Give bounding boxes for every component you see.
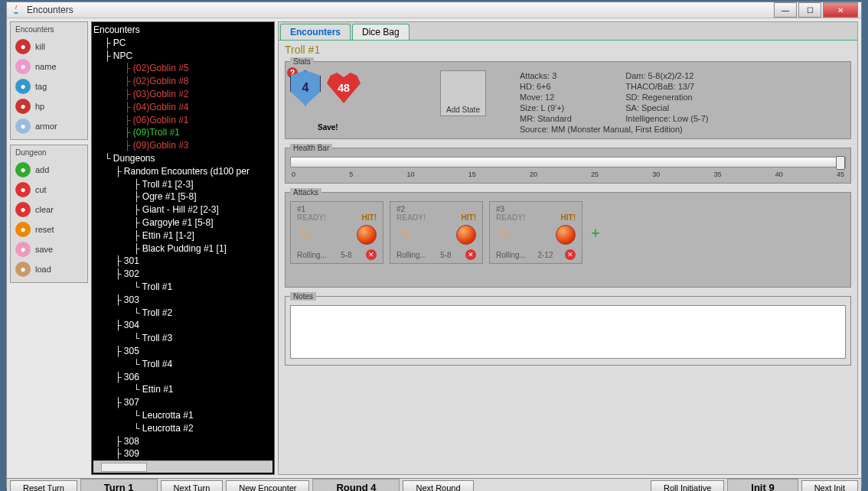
dun-load-button[interactable]: ● load xyxy=(14,259,84,279)
tree-room-item[interactable]: └ Troll #4 xyxy=(93,358,272,371)
enc-tag-button[interactable]: ● tag xyxy=(14,76,84,96)
tree-npc-item[interactable]: ├ (04)Goblin #4 xyxy=(93,101,272,114)
enc-armor-button[interactable]: ● armor xyxy=(14,116,84,136)
tab-dice-bag[interactable]: Dice Bag xyxy=(352,24,410,40)
cut-icon: ● xyxy=(15,182,31,197)
tree-pc[interactable]: ├ PC xyxy=(93,37,272,50)
enc-hp-button[interactable]: ● hp xyxy=(14,96,84,116)
tree-npc-item[interactable]: ├ (06)Goblin #1 xyxy=(93,114,272,127)
clear-icon: ● xyxy=(15,202,31,217)
remove-attack-icon[interactable]: ✕ xyxy=(565,249,576,260)
attacks-fieldset: Attacks #1 READY!HIT! 🗡 Rolling...5-8✕ #… xyxy=(285,188,851,288)
dun-clear-button[interactable]: ● clear xyxy=(14,200,84,219)
java-icon xyxy=(10,4,22,16)
tree-room[interactable]: ├ 307 xyxy=(93,396,272,409)
source-line: Source: MM (Monster Manual, First Editio… xyxy=(520,124,708,134)
tree-room-item[interactable]: └ Troll #2 xyxy=(93,307,272,320)
dun-add-button[interactable]: ● add xyxy=(14,160,84,180)
detail-title: Troll #1 xyxy=(285,44,851,56)
reset-turn-button[interactable]: Reset Turn xyxy=(10,480,77,491)
stat-cell: Intelligence: Low (5-7) xyxy=(625,113,708,124)
turn-label: Turn 1 xyxy=(80,479,158,491)
roll-initiative-button[interactable]: Roll Initiative xyxy=(651,480,724,491)
encounters-toolbox-title: Encounters xyxy=(14,25,84,34)
tree-random-item[interactable]: ├ Ettin #1 [1-2] xyxy=(93,229,272,242)
stat-cell: Move: 12 xyxy=(520,92,602,102)
hit-orb[interactable] xyxy=(357,225,377,245)
enc-name-button[interactable]: ● name xyxy=(14,57,84,76)
tree-panel[interactable]: Encounters├ PC├ NPC├ (02)Goblin #5├ (02)… xyxy=(91,21,275,475)
ac-shield: 4 xyxy=(290,70,321,106)
tree-root[interactable]: Encounters xyxy=(93,24,272,37)
stat-cell: Attacks: 3 xyxy=(520,70,602,81)
dun-cut-button[interactable]: ● cut xyxy=(14,180,84,200)
armor-icon: ● xyxy=(15,119,31,134)
tree-random[interactable]: ├ Random Encounters (d100 per xyxy=(93,165,272,178)
attack-card: #2 READY!HIT! 🗡 Rolling...5-8✕ xyxy=(390,201,483,264)
app-window: Encounters — ☐ ✕ Encounters ● kill ● nam… xyxy=(6,2,862,488)
next-turn-button[interactable]: Next Turn xyxy=(161,480,224,491)
dun-save-button[interactable]: ● save xyxy=(14,239,84,259)
tree-random-item[interactable]: ├ Ogre #1 [5-8] xyxy=(93,190,272,203)
save-label[interactable]: Save! xyxy=(318,123,338,132)
tree-npc-item[interactable]: ├ (02)Goblin #8 xyxy=(93,75,272,88)
health-slider[interactable] xyxy=(290,157,846,167)
remove-attack-icon[interactable]: ✕ xyxy=(465,249,476,260)
stat-cell: SA: Special xyxy=(625,102,708,113)
tree-dungeons[interactable]: └ Dungeons xyxy=(93,152,272,165)
tab-encounters[interactable]: Encounters xyxy=(280,24,351,40)
add-attack-button[interactable]: ＋ xyxy=(589,223,602,242)
tree-room[interactable]: ├ 301 xyxy=(93,255,272,268)
new-encounter-button[interactable]: New Encounter xyxy=(226,480,309,491)
close-button[interactable]: ✕ xyxy=(823,2,858,18)
tree-random-item[interactable]: ├ Black Pudding #1 [1] xyxy=(93,242,272,255)
stats-fieldset: Stats ? 4 48 Save! Add State Attacks: 3D… xyxy=(285,57,851,139)
init-label: Init 9 xyxy=(727,479,798,491)
next-init-button[interactable]: Next Init xyxy=(801,480,858,491)
name-icon: ● xyxy=(15,59,31,74)
tabs: Encounters Dice Bag xyxy=(279,22,857,41)
tree-room[interactable]: ├ 304 xyxy=(93,319,272,332)
round-label: Round 4 xyxy=(312,479,400,491)
stat-cell: Dam: 5-8(x2)/2-12 xyxy=(625,70,708,81)
tree-room[interactable]: ├ 309 xyxy=(93,447,272,460)
tree-room[interactable]: ├ 308 xyxy=(93,435,272,448)
tree-npc-item[interactable]: ├ (09)Troll #1 xyxy=(93,126,272,139)
tree-npc-item[interactable]: ├ (02)Goblin #5 xyxy=(93,62,272,75)
main-panel: Encounters Dice Bag Troll #1 Stats ? 4 4… xyxy=(278,21,858,475)
tree-room[interactable]: ├ 303 xyxy=(93,294,272,307)
tree-room-item[interactable]: └ Leucrotta #1 xyxy=(93,409,272,422)
tree-random-item[interactable]: ├ Troll #1 [2-3] xyxy=(93,178,272,191)
sword-icon[interactable]: 🗡 xyxy=(292,222,318,248)
sword-icon[interactable]: 🗡 xyxy=(491,222,517,248)
tree-room-item[interactable]: └ Troll #3 xyxy=(93,332,272,345)
kill-icon: ● xyxy=(15,39,31,54)
tree-npc[interactable]: ├ NPC xyxy=(93,50,272,63)
hit-orb[interactable] xyxy=(456,225,476,245)
tree-random-item[interactable]: ├ Giant - Hill #2 [2-3] xyxy=(93,203,272,216)
hit-orb[interactable] xyxy=(556,225,576,245)
tree-room[interactable]: ├ 306 xyxy=(93,371,272,384)
tree-npc-item[interactable]: ├ (03)Goblin #2 xyxy=(93,88,272,101)
tree-room-item[interactable]: └ Leucrotta #2 xyxy=(93,422,272,435)
minimize-button[interactable]: — xyxy=(774,2,797,18)
tree-room[interactable]: ├ 305 xyxy=(93,345,272,358)
dungeon-toolbox: Dungeon ● add ● cut ● clear ● reset ● sa… xyxy=(10,145,88,283)
remove-attack-icon[interactable]: ✕ xyxy=(366,249,377,260)
tree-room-item[interactable]: └ Troll #1 xyxy=(93,281,272,294)
tree-random-item[interactable]: ├ Gargoyle #1 [5-8] xyxy=(93,216,272,229)
tree-room[interactable]: ├ 302 xyxy=(93,268,272,281)
tree-room-item[interactable]: └ Ettin #1 xyxy=(93,383,272,396)
next-round-button[interactable]: Next Round xyxy=(403,480,473,491)
add-icon: ● xyxy=(15,162,31,177)
add-state-button[interactable]: Add State xyxy=(440,70,486,116)
enc-kill-button[interactable]: ● kill xyxy=(14,37,84,57)
stat-cell: MR: Standard xyxy=(520,113,602,124)
maximize-button[interactable]: ☐ xyxy=(798,2,821,18)
save-icon: ● xyxy=(15,242,31,257)
dun-reset-button[interactable]: ● reset xyxy=(14,219,84,239)
sword-icon[interactable]: 🗡 xyxy=(392,222,418,248)
tree-h-scrollbar[interactable] xyxy=(93,460,272,473)
tree-npc-item[interactable]: ├ (09)Goblin #3 xyxy=(93,139,272,152)
notes-textarea[interactable] xyxy=(290,305,846,359)
